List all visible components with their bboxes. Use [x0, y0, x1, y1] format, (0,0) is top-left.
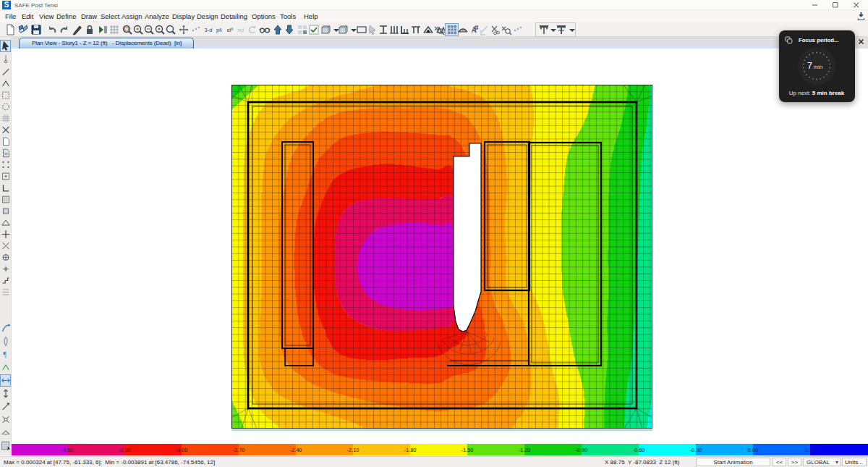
- svg-text:min: min: [814, 64, 823, 70]
- svg-text:¶: ¶: [4, 350, 7, 358]
- svg-text:Focus period...: Focus period...: [799, 37, 838, 43]
- svg-text:Up next: 5 min break: Up next: 5 min break: [789, 90, 845, 96]
- svg-text:7: 7: [807, 61, 812, 71]
